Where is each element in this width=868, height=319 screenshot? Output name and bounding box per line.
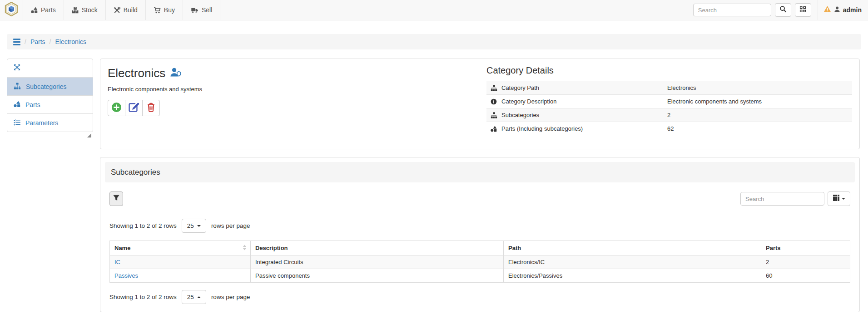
pagination-info: Showing 1 to 2 of 2 rows <box>109 294 177 300</box>
shapes-icon <box>14 101 20 109</box>
inventree-logo-icon <box>5 2 18 18</box>
subcategories-table: Name Description Path Parts IC Integrate <box>109 240 850 283</box>
pagination-info: Showing 1 to 2 of 2 rows <box>109 222 177 229</box>
navbar-divider <box>818 0 818 20</box>
sidebar-resize-handle[interactable] <box>87 133 91 137</box>
nav-item-parts[interactable]: Parts <box>23 0 64 20</box>
sidebar-item-label: Parts <box>25 101 40 108</box>
column-header-parts: Parts <box>761 241 850 255</box>
cell-parts: 2 <box>761 255 850 269</box>
top-navbar: Parts Stock Build Buy Sell <box>0 0 868 20</box>
user-icon <box>834 6 840 15</box>
subcategory-link[interactable]: Passives <box>114 272 138 279</box>
cart-icon <box>154 7 161 14</box>
sitemap-icon <box>14 83 21 91</box>
page-sidebar: Subcategories Parts Parameters <box>7 59 93 132</box>
new-subcategory-button[interactable] <box>108 100 125 116</box>
main-menu: Parts Stock Build Buy Sell <box>23 0 220 20</box>
rows-per-page-label: rows per page <box>211 222 250 229</box>
cell-description: Integrated Circuits <box>251 255 504 269</box>
sitemap-icon <box>490 85 497 91</box>
filter-icon <box>113 195 119 203</box>
cell-path: Electronics/Passives <box>504 269 761 283</box>
sidebar-item-parameters[interactable]: Parameters <box>7 113 93 132</box>
sidebar-item-subcategories[interactable]: Subcategories <box>7 77 93 95</box>
breadcrumb-separator: / <box>50 38 51 45</box>
table-search-input[interactable] <box>740 192 824 206</box>
shapes-icon <box>31 7 38 14</box>
details-row: Parts (Including subcategories) 62 <box>486 122 852 136</box>
sidebar-item-label: Parameters <box>25 119 58 127</box>
global-search-input[interactable] <box>693 4 771 16</box>
details-label: Parts (Including subcategories) <box>501 125 583 132</box>
nav-item-label: Sell <box>202 6 212 14</box>
table-row: Passives Passive components Electronics/… <box>110 269 850 283</box>
nav-item-sell[interactable]: Sell <box>183 0 220 20</box>
user-menu[interactable]: admin <box>823 5 862 15</box>
table-toolbar <box>105 191 855 206</box>
nav-item-stock[interactable]: Stock <box>64 0 105 20</box>
chevron-down-icon <box>842 198 845 200</box>
breadcrumb: / Parts / Electronics <box>7 34 861 49</box>
user-shield-icon <box>170 68 182 79</box>
chevron-up-icon <box>197 296 201 298</box>
page-size-button[interactable]: 25 <box>182 290 206 304</box>
page-title: Electronics <box>108 66 165 80</box>
breadcrumb-separator: / <box>25 38 26 45</box>
table-row: IC Integrated Circuits Electronics/IC 2 <box>110 255 850 269</box>
cell-parts: 60 <box>761 269 850 283</box>
nav-item-label: Buy <box>164 6 175 14</box>
warning-icon <box>823 5 831 15</box>
rows-per-page-label: rows per page <box>211 294 250 300</box>
category-details-table: Category Path Electronics Category Descr… <box>486 81 852 135</box>
nav-item-build[interactable]: Build <box>105 0 145 20</box>
app-logo[interactable] <box>0 0 23 20</box>
page-size-value: 25 <box>187 294 194 300</box>
category-summary-panel: Electronics Electronic components and sy… <box>100 59 860 149</box>
boxes-icon <box>72 7 79 14</box>
truck-icon <box>191 7 198 14</box>
column-header-description: Description <box>251 241 504 255</box>
category-actions <box>108 100 202 116</box>
page-size-button[interactable]: 25 <box>182 219 206 233</box>
page-size-value: 25 <box>187 222 194 229</box>
breadcrumb-link-parts[interactable]: Parts <box>30 38 45 45</box>
filter-button[interactable] <box>109 191 123 206</box>
username-label: admin <box>843 6 862 14</box>
pagination-bottom: Showing 1 to 2 of 2 rows 25 rows per pag… <box>105 290 855 304</box>
menu-toggle-icon[interactable] <box>13 39 20 45</box>
cell-path: Electronics/IC <box>504 255 761 269</box>
category-details: Category Details Category Path Electroni… <box>486 65 852 135</box>
breadcrumb-link-electronics[interactable]: Electronics <box>55 38 86 45</box>
sidebar-item-parts[interactable]: Parts <box>7 95 93 113</box>
subcategory-link[interactable]: IC <box>114 259 120 265</box>
search-icon <box>779 5 787 15</box>
delete-category-button[interactable] <box>142 100 160 116</box>
sort-icon <box>243 245 247 251</box>
column-header-name[interactable]: Name <box>110 241 251 255</box>
details-value: Electronic components and systems <box>664 95 852 108</box>
search-button[interactable] <box>775 3 791 17</box>
nav-item-label: Build <box>124 6 138 14</box>
pagination-top: Showing 1 to 2 of 2 rows 25 rows per pag… <box>105 219 855 233</box>
panel-heading: Subcategories <box>105 162 855 182</box>
qrcode-icon <box>799 6 806 15</box>
columns-grid-icon <box>833 195 839 203</box>
tasks-icon <box>14 119 20 127</box>
nav-item-label: Parts <box>41 6 56 14</box>
columns-button[interactable] <box>828 191 850 206</box>
edit-category-button[interactable] <box>125 100 143 116</box>
barcode-scan-button[interactable] <box>795 3 811 17</box>
nav-item-buy[interactable]: Buy <box>145 0 183 20</box>
details-value: Electronics <box>664 81 852 95</box>
details-row: Category Description Electronic componen… <box>486 95 852 108</box>
details-row: Subcategories 2 <box>486 108 852 122</box>
trash-icon <box>147 103 155 114</box>
info-icon <box>490 98 497 105</box>
tools-icon <box>114 7 120 14</box>
details-value: 62 <box>664 122 852 136</box>
sidebar-collapse-toggle[interactable] <box>7 59 93 77</box>
details-label: Subcategories <box>501 112 539 118</box>
details-heading: Category Details <box>486 65 852 76</box>
details-row: Category Path Electronics <box>486 81 852 95</box>
